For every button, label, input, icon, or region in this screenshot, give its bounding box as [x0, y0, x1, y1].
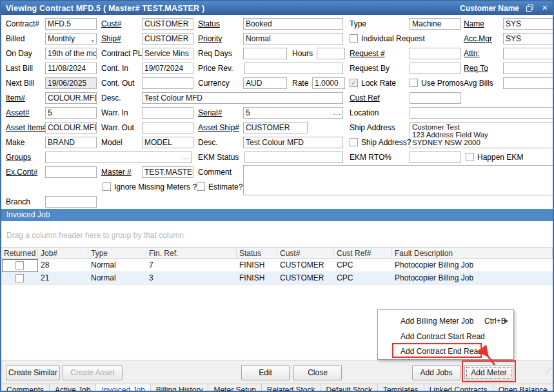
tab-active-job[interactable]: Active Job — [50, 384, 96, 392]
cell-custref-row1[interactable]: CPC — [334, 259, 392, 271]
asset-item-no-label[interactable]: Asset Item# — [6, 123, 46, 132]
request-by-field[interactable] — [410, 63, 461, 74]
col-header-status[interactable]: Status — [237, 247, 277, 259]
col-header-type[interactable]: Type — [88, 247, 146, 259]
type-field[interactable]: Machine — [410, 18, 461, 30]
location-field[interactable] — [410, 107, 554, 119]
priority-field[interactable]: Normal — [243, 33, 343, 44]
add-jobs-button[interactable]: Add Jobs — [412, 365, 460, 380]
on-day-field[interactable]: 19th of the month — [45, 48, 97, 59]
serial-no-field[interactable]: 5 ... — [243, 107, 343, 119]
cust-ref-field[interactable] — [410, 92, 461, 104]
item-no-field[interactable]: COLOUR.MFD — [45, 92, 97, 104]
priority-label[interactable]: Priority — [198, 34, 222, 43]
individual-request-checkbox[interactable] — [350, 34, 358, 43]
cust-no-field[interactable]: CUSTOMER — [142, 18, 193, 30]
returned-checkbox-row2[interactable] — [15, 274, 24, 282]
attn-field[interactable] — [503, 48, 554, 59]
cell-job-row1[interactable]: 28 — [38, 259, 88, 271]
ignore-meters-checkbox[interactable] — [103, 182, 111, 191]
estimate-checkbox[interactable] — [197, 182, 205, 191]
tab-linked-contracts[interactable]: Linked Contracts — [424, 384, 493, 392]
warr-in-field[interactable] — [142, 107, 193, 119]
request-no-field[interactable] — [410, 48, 461, 59]
col-header-fin-ref[interactable]: Fin. Ref. — [146, 247, 237, 259]
tab-related-stock[interactable]: Related Stock — [262, 384, 321, 392]
billed-dropdown[interactable]: Monthly ▼ — [45, 33, 97, 44]
cell-type-row1[interactable]: Normal — [88, 259, 146, 271]
asset-no-label[interactable]: Asset# — [6, 108, 30, 117]
req-to-label[interactable]: Req To — [464, 64, 488, 73]
serial-ellipsis-button[interactable]: ... — [333, 108, 341, 117]
warr-out-field[interactable] — [142, 122, 193, 133]
desc1-field[interactable]: Test Colour MFD — [142, 92, 343, 104]
menu-item-add-contract-start-read[interactable]: Add Contract Start Read — [378, 329, 513, 344]
asset-ship-no-label[interactable]: Asset Ship# — [198, 123, 239, 132]
serial-no-label[interactable]: Serial# — [198, 108, 222, 117]
cell-cust-row1[interactable]: CUSTOMER — [277, 259, 334, 271]
cell-cust-row2[interactable]: CUSTOMER — [277, 272, 334, 284]
ship-no-field[interactable]: CUSTOMER — [142, 33, 193, 44]
contract-pl-field[interactable]: Service Mins — [142, 48, 193, 59]
close-button[interactable]: Close — [293, 365, 342, 380]
master-no-label[interactable]: Master # — [101, 168, 132, 177]
ex-cont-no-label[interactable]: Ex.Cont# — [6, 168, 37, 177]
use-promos-checkbox[interactable] — [410, 79, 418, 87]
cell-finref-row1[interactable]: 7 — [146, 259, 237, 271]
cell-finref-row2[interactable]: 3 — [146, 272, 237, 284]
restore-icon[interactable] — [526, 4, 534, 12]
currency-field[interactable]: AUD — [243, 77, 287, 89]
ship-address-box[interactable]: Customer Test 123 Address Field Way SYDN… — [410, 122, 554, 148]
asset-item-no-field[interactable]: COLOUR.MFD — [45, 122, 97, 133]
col-header-cust-ref[interactable]: Cust Ref# — [334, 247, 392, 259]
close-icon[interactable]: ✕ — [540, 4, 549, 12]
rate-field[interactable]: 1.0000 — [312, 77, 345, 89]
status-field[interactable]: Booked — [243, 18, 343, 30]
cont-in-field[interactable]: 19/07/2024 — [142, 63, 193, 74]
req-days-field[interactable] — [243, 48, 287, 59]
groups-ellipsis-button[interactable]: ... — [182, 152, 190, 162]
ekm-status-field[interactable] — [244, 152, 343, 163]
acc-mgr-field[interactable]: SYS — [503, 33, 554, 44]
chevron-down-icon[interactable]: ▼ — [90, 36, 95, 44]
request-no-label[interactable]: Request # — [350, 49, 385, 58]
edit-button[interactable]: Edit — [241, 365, 290, 380]
asset-no-field[interactable]: 5 — [45, 107, 97, 119]
tab-invoiced-job[interactable]: Invoiced Job — [96, 384, 150, 392]
tab-meter-setup[interactable]: Meter Setup — [208, 384, 261, 392]
req-to-field[interactable] — [503, 63, 554, 74]
acc-mgr-label[interactable]: Acc.Mgr — [464, 34, 492, 43]
ship-no-label[interactable]: Ship# — [101, 34, 121, 43]
asset-ship-no-field[interactable]: CUSTOMER — [243, 122, 308, 133]
price-rev-field[interactable] — [244, 63, 343, 74]
create-similar-button[interactable]: Create Similar — [6, 365, 60, 380]
happen-ekm-checkbox[interactable] — [466, 153, 474, 161]
status-label[interactable]: Status — [198, 19, 220, 28]
model-field[interactable]: MODEL — [142, 137, 193, 148]
col-header-fault-desc[interactable]: Fault Description — [392, 247, 553, 259]
tab-billing-history[interactable]: Billing History — [151, 384, 209, 392]
cell-fault-row2[interactable]: Photocopier Billing Job — [392, 272, 553, 284]
last-bill-field[interactable]: 11/08/2024 — [45, 63, 97, 74]
cont-out-field[interactable] — [142, 77, 193, 89]
cell-fault-row1[interactable]: Photocopier Billing Job — [392, 259, 553, 271]
cell-status-row1[interactable]: FINISH — [237, 259, 277, 271]
attn-label[interactable]: Attn: — [464, 49, 480, 58]
master-no-field[interactable]: TEST.MASTER — [142, 166, 193, 178]
tab-open-balance[interactable]: Open Balance — [493, 384, 553, 392]
contract-no-field[interactable]: MFD.5 — [45, 18, 97, 30]
cust-no-label[interactable]: Cust# — [101, 19, 121, 28]
lock-rate-checkbox[interactable]: ✓ — [350, 79, 358, 87]
name-label[interactable]: Name — [464, 19, 484, 28]
name-field[interactable]: SYS — [503, 18, 554, 30]
col-header-job[interactable]: Job# — [38, 247, 88, 259]
col-header-cust[interactable]: Cust# — [277, 247, 334, 259]
branch-field[interactable] — [45, 196, 97, 208]
ship-address-q-checkbox[interactable] — [350, 138, 358, 146]
hours-field[interactable] — [317, 48, 345, 59]
avg-bills-field[interactable] — [503, 77, 554, 89]
cell-job-row2[interactable]: 21 — [38, 272, 88, 284]
cell-type-row2[interactable]: Normal — [88, 272, 146, 284]
col-header-returned[interactable]: Returned — [1, 247, 38, 259]
tab-templates[interactable]: Templates — [378, 384, 424, 392]
